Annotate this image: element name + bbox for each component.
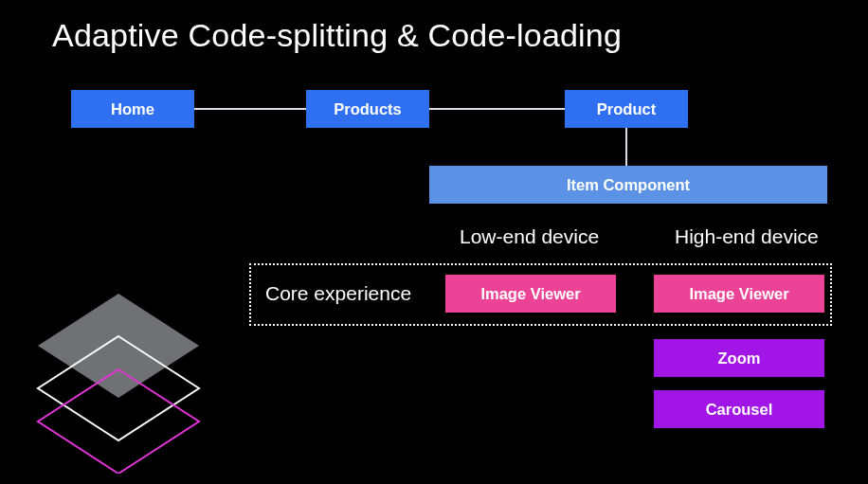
layers-icon [24,284,213,474]
label-core-experience: Core experience [265,282,411,305]
node-products: Products [306,90,429,128]
module-zoom: Zoom [654,339,824,377]
module-image-viewer-low: Image Viewer [445,275,616,313]
connector-products-product [429,108,565,110]
label-high-end: High-end device [675,225,819,248]
module-image-viewer-high: Image Viewer [654,275,824,313]
page-title: Adaptive Code-splitting & Code-loading [52,17,622,54]
node-product: Product [565,90,688,128]
connector-product-item [625,128,627,166]
connector-home-products [194,108,306,110]
svg-marker-0 [38,294,199,398]
node-item-component: Item Component [429,166,827,204]
label-low-end: Low-end device [460,225,599,248]
node-home: Home [71,90,194,128]
module-carousel: Carousel [654,390,824,428]
